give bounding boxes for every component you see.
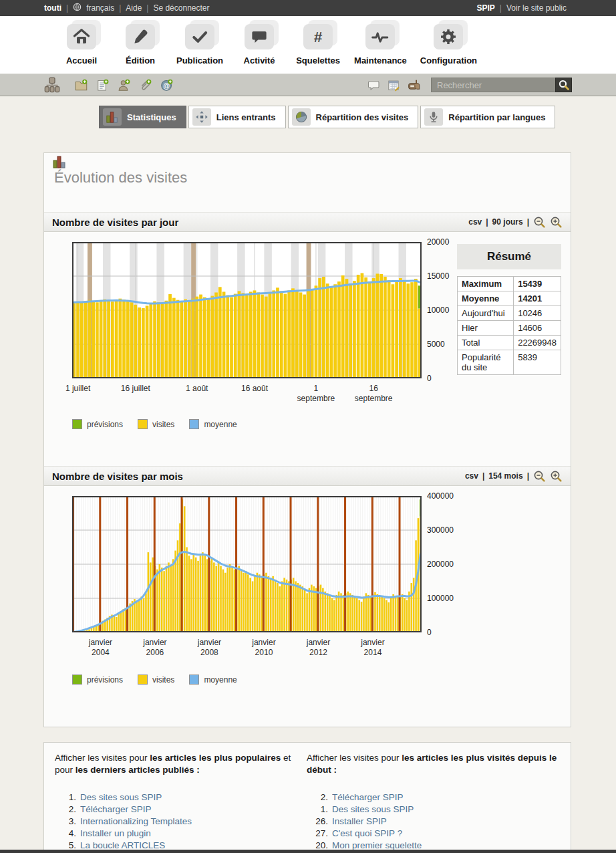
article-link[interactable]: Installer un plugin [80, 828, 151, 840]
search-button[interactable] [555, 78, 572, 92]
article-rank: 27. [307, 828, 328, 840]
monthly-section-title: Nombre de visites par mois [52, 471, 465, 482]
toolbar: @ [0, 74, 616, 96]
logout-link[interactable]: Se déconnecter [153, 3, 209, 13]
x-axis-tick-label: 16 juillet [105, 384, 166, 394]
range-label: 90 jours [492, 217, 523, 227]
topbar: touti | français | Aide | Se déconnecter… [0, 0, 616, 16]
nav-item-maintenance[interactable]: Maintenance [347, 16, 414, 74]
new-site-icon[interactable]: @ [160, 79, 173, 92]
summary-value: 5839 [514, 350, 561, 375]
article-link[interactable]: Télécharger SPIP [80, 804, 152, 816]
legend-item-moyenne: moyenne [189, 675, 237, 685]
x-axis-tick-label: 1septembre [285, 384, 347, 404]
language-link[interactable]: français [86, 3, 114, 13]
zoom-out-icon[interactable] [533, 470, 546, 483]
x-axis-tick-label: janvier2012 [287, 638, 349, 658]
new-article-icon[interactable] [96, 79, 109, 92]
tab-statistiques[interactable]: Statistiques [99, 106, 186, 128]
nav-item-accueil[interactable]: Accueil [52, 16, 111, 74]
nav-item-label: Maintenance [354, 55, 407, 66]
new-rubrique-icon[interactable] [75, 79, 88, 92]
zoom-in-icon[interactable] [550, 216, 563, 229]
stats-panel: Évolution des visites Nombre de visites … [43, 152, 571, 727]
calendar-icon[interactable] [388, 79, 400, 92]
nav-item-configuration[interactable]: Configuration [414, 16, 484, 74]
nav-item-label: Accueil [66, 55, 97, 66]
daily-visits-chart: 050001000015000200001 juillet16 juillet1… [72, 242, 486, 419]
site-structure-icon[interactable] [44, 77, 60, 93]
messages-icon[interactable] [367, 79, 380, 92]
new-author-icon[interactable] [118, 79, 130, 92]
daily-section-header: Nombre de visites par jour csv | 90 jour… [44, 212, 571, 232]
article-link[interactable]: Internationalizing Templates [80, 816, 192, 828]
help-link[interactable]: Aide [126, 3, 142, 13]
article-link[interactable]: Télécharger SPIP [332, 791, 404, 804]
new-document-icon[interactable] [139, 79, 152, 92]
spip-admin-screen: touti | français | Aide | Se déconnecter… [0, 0, 616, 853]
mailbox-icon[interactable] [408, 79, 420, 92]
y-axis-tick-label: 100000 [427, 594, 454, 603]
summary-row-maximum: Maximum 15439 [458, 277, 561, 291]
summary-box: Résumé Maximum 15439Moyenne 14201Aujourd… [457, 244, 561, 375]
article-link[interactable]: Des sites sous SPIP [332, 804, 414, 816]
summary-row-popularite-du-site: Popularité du site 5839 [458, 350, 561, 375]
csv-link[interactable]: csv [468, 217, 482, 227]
monthly-visits-chart: 0100000200000300000400000janvier2004janv… [72, 496, 486, 673]
article-rank: 1. [55, 791, 76, 804]
summary-label: Hier [458, 321, 514, 336]
article-list-item: 1. Des sites sous SPIP [307, 804, 562, 816]
y-axis-tick-label: 5000 [427, 340, 445, 349]
range-label: 154 mois [488, 471, 522, 481]
article-link[interactable]: Installer SPIP [332, 816, 387, 828]
legend-label: visites [152, 420, 174, 429]
legend-item-previsions: prévisions [72, 675, 123, 685]
search-form [431, 78, 572, 92]
tab-repartition-des-visites[interactable]: Répartition des visites [288, 106, 419, 128]
intro-text: Afficher les visites pour [55, 753, 150, 763]
search-input[interactable] [431, 78, 555, 92]
summary-label: Maximum [458, 277, 514, 291]
nav-item-activite[interactable]: Activité [230, 16, 289, 74]
summary-label: Total [458, 336, 514, 350]
right-article-list: 2. Télécharger SPIP1. Des sites sous SPI… [307, 791, 562, 853]
nav-item-label: Activité [244, 55, 275, 66]
username: touti [44, 3, 61, 13]
nav-item-edition[interactable]: Édition [111, 16, 170, 74]
zoom-in-icon[interactable] [550, 470, 563, 483]
nav-item-label: Squelettes [296, 55, 340, 66]
left-article-list: 1. Des sites sous SPIP2. Télécharger SPI… [55, 791, 306, 853]
view-site-link[interactable]: Voir le site public [506, 3, 567, 13]
nav-item-label: Édition [126, 55, 155, 66]
x-axis-tick-label: 1 juillet [47, 384, 109, 394]
legend-swatch [72, 419, 82, 429]
nav-item-squelettes[interactable]: # Squelettes [289, 16, 347, 74]
summary-table: Maximum 15439Moyenne 14201Aujourd'hui 10… [457, 276, 561, 375]
speech-bubble-icon [245, 24, 274, 49]
summary-value: 14201 [514, 291, 561, 306]
nav-item-publication[interactable]: Publication [170, 16, 230, 74]
article-list-item: 26. Installer SPIP [307, 816, 562, 828]
x-axis-tick-label: janvier2010 [233, 638, 295, 658]
tab-liens-entrants[interactable]: Liens entrants [188, 106, 286, 128]
y-axis-tick-label: 0 [427, 628, 432, 637]
article-list-item: 27. C'est quoi SPIP ? [307, 828, 562, 840]
microphone-icon [424, 108, 443, 126]
pulse-icon [365, 24, 395, 49]
separator: | [500, 3, 502, 13]
language-globe-icon [73, 3, 82, 13]
legend-swatch [138, 675, 148, 685]
legend-item-visites: visites [138, 675, 174, 685]
x-axis-tick-label: 16septembre [343, 384, 404, 404]
topbar-left: touti | français | Aide | Se déconnecter [44, 3, 210, 13]
x-axis-tick-label: 1 août [166, 384, 228, 394]
intro-bold-text: les derniers articles publiés : [75, 765, 200, 775]
article-rank: 4. [55, 828, 76, 840]
y-axis-tick-label: 200000 [427, 560, 454, 569]
footer-bar [0, 850, 616, 853]
article-link[interactable]: C'est quoi SPIP ? [332, 828, 402, 840]
csv-link[interactable]: csv [465, 471, 478, 481]
tab-repartition-par-langues[interactable]: Répartition par langues [420, 106, 555, 128]
article-link[interactable]: Des sites sous SPIP [80, 791, 162, 804]
zoom-out-icon[interactable] [533, 216, 546, 229]
